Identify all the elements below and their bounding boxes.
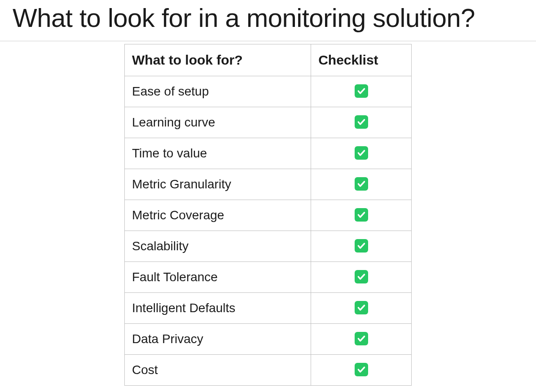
table-row: Learning curve xyxy=(125,107,412,138)
checkmark-icon xyxy=(355,84,368,98)
checkmark-icon xyxy=(355,115,368,129)
feature-label: Intelligent Defaults xyxy=(125,293,311,324)
table-row: Cost xyxy=(125,355,412,386)
feature-label: Fault Tolerance xyxy=(125,262,311,293)
feature-check-cell xyxy=(311,324,412,355)
checkmark-icon xyxy=(355,146,368,160)
feature-label: Time to value xyxy=(125,138,311,169)
feature-label: Data Privacy xyxy=(125,324,311,355)
table-row: Scalability xyxy=(125,231,412,262)
table-header-checklist: Checklist xyxy=(311,44,412,76)
checklist-table: What to look for? Checklist Ease of setu… xyxy=(124,44,412,386)
table-header-row: What to look for? Checklist xyxy=(125,44,412,76)
table-row: Metric Coverage xyxy=(125,200,412,231)
page-title: What to look for in a monitoring solutio… xyxy=(0,0,536,41)
checkmark-icon xyxy=(355,177,368,191)
feature-label: Ease of setup xyxy=(125,76,311,107)
table-row: Data Privacy xyxy=(125,324,412,355)
checkmark-icon xyxy=(355,363,368,376)
checkmark-icon xyxy=(355,301,368,314)
feature-check-cell xyxy=(311,138,412,169)
table-row: Time to value xyxy=(125,138,412,169)
feature-label: Metric Coverage xyxy=(125,200,311,231)
checkmark-icon xyxy=(355,332,368,345)
table-container: What to look for? Checklist Ease of setu… xyxy=(0,41,536,386)
feature-check-cell xyxy=(311,231,412,262)
feature-label: Cost xyxy=(125,355,311,386)
table-row: Intelligent Defaults xyxy=(125,293,412,324)
table-header-feature: What to look for? xyxy=(125,44,311,76)
checkmark-icon xyxy=(355,208,368,222)
feature-check-cell xyxy=(311,107,412,138)
feature-label: Metric Granularity xyxy=(125,169,311,200)
feature-check-cell xyxy=(311,355,412,386)
table-row: Ease of setup xyxy=(125,76,412,107)
table-row: Metric Granularity xyxy=(125,169,412,200)
feature-label: Scalability xyxy=(125,231,311,262)
feature-label: Learning curve xyxy=(125,107,311,138)
checkmark-icon xyxy=(355,270,368,283)
table-body: Ease of setup Learning curve Time to val… xyxy=(125,76,412,386)
feature-check-cell xyxy=(311,76,412,107)
feature-check-cell xyxy=(311,293,412,324)
checkmark-icon xyxy=(355,239,368,253)
feature-check-cell xyxy=(311,169,412,200)
feature-check-cell xyxy=(311,200,412,231)
feature-check-cell xyxy=(311,262,412,293)
table-row: Fault Tolerance xyxy=(125,262,412,293)
